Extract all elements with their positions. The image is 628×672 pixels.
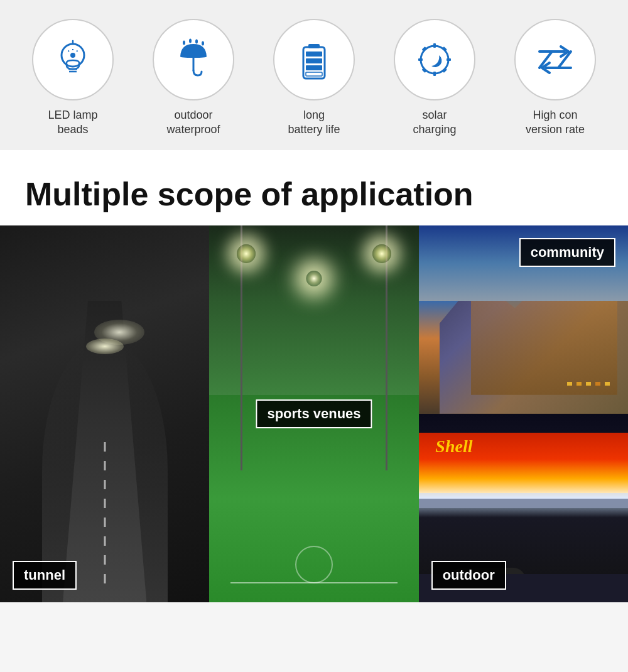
feature-circle-waterproof — [153, 19, 234, 100]
svg-point-12 — [202, 41, 204, 46]
feature-label-led: LED lamp beads — [48, 108, 97, 138]
section-title: Multiple scope of application — [25, 175, 603, 213]
svg-rect-14 — [308, 44, 320, 48]
section-title-area: Multiple scope of application — [0, 150, 628, 225]
svg-rect-15 — [306, 51, 322, 57]
svg-rect-22 — [418, 58, 423, 61]
svg-line-7 — [77, 51, 78, 52]
feature-led-lamp: LED lamp beads — [32, 19, 114, 138]
svg-line-6 — [68, 51, 70, 52]
svg-rect-18 — [306, 72, 322, 76]
feature-circle-conversion — [514, 19, 596, 100]
svg-rect-27 — [442, 68, 447, 73]
svg-rect-17 — [306, 65, 322, 70]
feature-battery: long battery life — [273, 19, 355, 138]
svg-rect-16 — [306, 58, 322, 63]
battery-icon — [292, 38, 336, 82]
bulb-icon — [51, 38, 95, 82]
grid-cell-community: community — [419, 225, 628, 414]
svg-rect-24 — [422, 46, 427, 51]
tunnel-background — [0, 225, 209, 602]
grid-cell-sports: sports venues — [209, 225, 418, 602]
feature-circle-led — [32, 19, 114, 100]
svg-rect-25 — [442, 46, 447, 51]
sports-label: sports venues — [256, 399, 372, 428]
feature-label-conversion: High con version rate — [526, 108, 585, 138]
svg-rect-20 — [433, 43, 436, 48]
feature-label-solar: solar charging — [413, 108, 456, 138]
features-section: LED lamp beads outdoor waterproof — [0, 0, 628, 150]
svg-rect-21 — [433, 72, 436, 76]
community-label: community — [519, 238, 615, 267]
feature-label-battery: long battery life — [288, 108, 340, 138]
umbrella-icon — [171, 38, 215, 82]
grid-cell-tunnel: tunnel — [0, 225, 209, 602]
tunnel-label: tunnel — [13, 561, 77, 590]
svg-rect-26 — [422, 68, 427, 73]
outdoor-label: outdoor — [431, 561, 506, 590]
conversion-icon — [533, 38, 577, 82]
feature-circle-battery — [273, 19, 355, 100]
svg-point-11 — [195, 40, 198, 44]
svg-point-4 — [70, 53, 75, 58]
svg-point-10 — [189, 39, 192, 43]
feature-label-waterproof: outdoor waterproof — [166, 108, 220, 138]
svg-point-9 — [183, 41, 185, 45]
application-grid: tunnel sports venues — [0, 225, 628, 602]
feature-circle-solar — [394, 19, 475, 100]
solar-icon — [413, 38, 457, 82]
feature-solar: solar charging — [394, 19, 475, 138]
feature-outdoor-waterproof: outdoor waterproof — [153, 19, 234, 138]
svg-rect-23 — [447, 58, 451, 61]
grid-cell-outdoor: Shell outdoor — [419, 414, 628, 602]
feature-conversion: High con version rate — [514, 19, 596, 138]
